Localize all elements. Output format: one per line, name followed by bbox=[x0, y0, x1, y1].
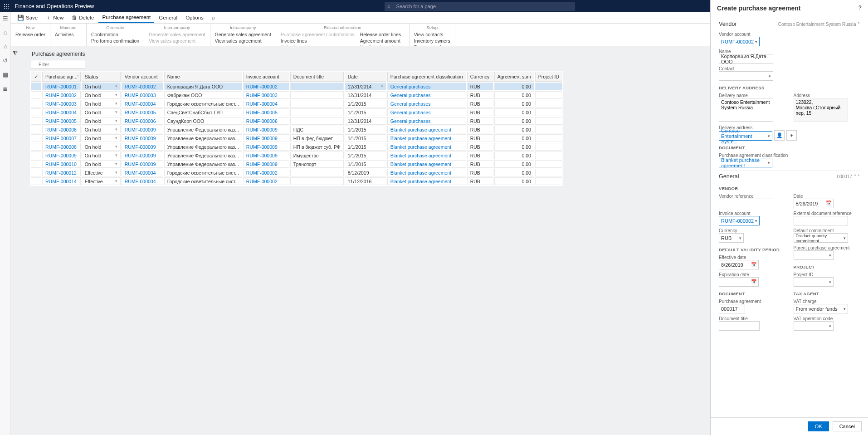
ribbon-action[interactable]: View sales agreement bbox=[149, 38, 205, 44]
content-area: ⧨ Purchase agreements ⌕ ✓Purchase agr...… bbox=[11, 46, 710, 53]
tab-purchase-agreement[interactable]: Purchase agreement bbox=[98, 12, 154, 23]
left-nav: ☰ ⌂ ☆ ↺ ▦ ≣ bbox=[0, 12, 11, 53]
svg-point-1 bbox=[6, 4, 7, 5]
filter-icon[interactable]: ⧨ bbox=[13, 50, 18, 53]
vendor-name-label: Name bbox=[719, 49, 860, 53]
ribbon-action[interactable]: Inventory owners bbox=[414, 38, 450, 44]
save-button[interactable]: 💾Save bbox=[14, 12, 41, 23]
ribbon-action[interactable]: View sales agreement bbox=[215, 38, 271, 44]
ribbon-action[interactable]: Agreement amount bbox=[360, 38, 405, 44]
svg-point-4 bbox=[6, 6, 7, 7]
svg-point-2 bbox=[8, 4, 9, 5]
ribbon-action[interactable]: Generate sales agreement bbox=[149, 32, 205, 38]
ribbon-action[interactable]: Purchase agreement confirmations bbox=[281, 32, 355, 38]
svg-point-5 bbox=[8, 6, 9, 7]
ribbon-group-header: Maintain bbox=[55, 24, 82, 32]
ribbon-group-header: Intracompany bbox=[215, 24, 271, 32]
svg-point-8 bbox=[8, 8, 9, 9]
home-icon[interactable]: ⌂ bbox=[4, 29, 7, 36]
ribbon-action[interactable]: Activities bbox=[55, 32, 82, 38]
menu-icon[interactable]: ☰ bbox=[3, 15, 8, 22]
tab-general[interactable]: General bbox=[155, 12, 181, 23]
ribbon-group-header: Generate bbox=[91, 24, 139, 32]
chevron-up-icon[interactable]: ˄ bbox=[858, 22, 860, 27]
ribbon-action[interactable]: Release order bbox=[15, 32, 45, 38]
help-icon[interactable]: ? bbox=[858, 5, 862, 12]
svg-point-6 bbox=[4, 8, 5, 9]
ribbon-action[interactable]: View contacts bbox=[414, 32, 450, 38]
search-icon: ⌕ bbox=[212, 15, 215, 21]
page-title: Purchase agreements bbox=[30, 51, 710, 53]
ribbon-action[interactable]: Generate sales agreement bbox=[215, 32, 271, 38]
ribbon-action[interactable]: Pro forma confirmation bbox=[91, 38, 139, 44]
vendor-section-subtitle: Contoso Entertainment System Russia bbox=[778, 22, 856, 27]
ribbon-action[interactable]: Release order lines bbox=[360, 32, 405, 38]
vendor-account-label: Vendor account bbox=[719, 32, 860, 37]
ribbon-group-header: Intercompany bbox=[149, 24, 205, 32]
app-title: Finance and Operations Preview bbox=[15, 3, 94, 10]
ribbon-group-header: Related information bbox=[281, 24, 405, 32]
tab-options[interactable]: Options bbox=[182, 12, 207, 23]
save-icon: 💾 bbox=[17, 15, 24, 21]
create-panel: Create purchase agreement ? Vendor Conto… bbox=[710, 0, 868, 53]
ribbon-group-header: New bbox=[15, 24, 45, 32]
star-icon[interactable]: ☆ bbox=[3, 43, 8, 50]
vendor-section-title: Vendor bbox=[719, 21, 737, 27]
ribbon-group-header: Setup bbox=[414, 24, 450, 32]
app-launcher-icon[interactable] bbox=[0, 0, 12, 12]
delete-button[interactable]: 🗑Delete bbox=[68, 12, 98, 23]
svg-point-3 bbox=[4, 6, 5, 7]
svg-point-7 bbox=[6, 8, 7, 9]
trash-icon: 🗑 bbox=[72, 15, 77, 21]
search-button[interactable]: ⌕ bbox=[208, 12, 219, 23]
panel-title: Create purchase agreement bbox=[717, 5, 800, 12]
ribbon-action[interactable]: Invoice lines bbox=[281, 38, 355, 44]
plus-icon: ＋ bbox=[46, 14, 51, 22]
vendor-account-lookup[interactable]: RUMF-000002 bbox=[719, 37, 760, 46]
ribbon-action[interactable]: Confirmation bbox=[91, 32, 139, 38]
search-icon: ⌕ bbox=[387, 3, 390, 9]
svg-point-0 bbox=[4, 4, 5, 5]
page-search-input[interactable] bbox=[385, 2, 575, 11]
new-button[interactable]: ＋New bbox=[42, 12, 67, 23]
